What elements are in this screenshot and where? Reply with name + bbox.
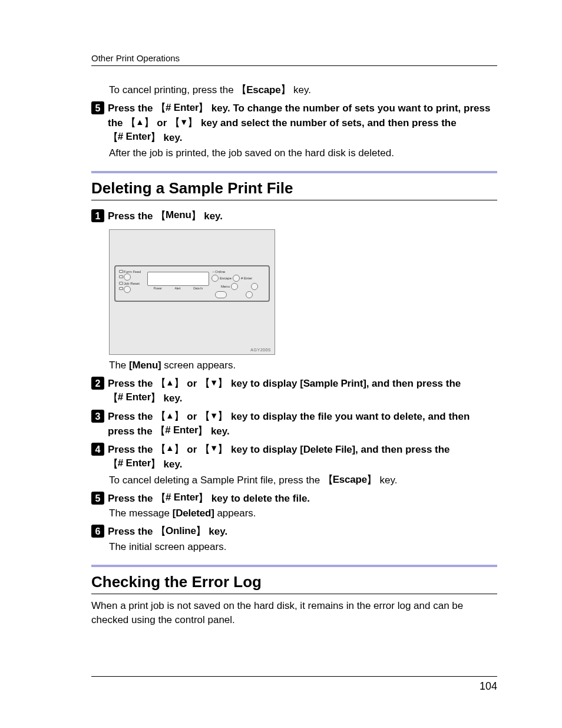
text: screen appears.: [161, 360, 236, 371]
job-reset-button: [124, 286, 131, 293]
text: Press the: [108, 444, 156, 455]
text: Press the: [108, 493, 156, 504]
d-step-1-text: Press the Menu key.: [108, 209, 223, 223]
enter-button: [251, 283, 258, 290]
down-key: ▼: [200, 376, 228, 390]
label-alert: Alert: [174, 287, 180, 291]
d1-after: The Menu screen appears.: [109, 358, 497, 373]
delete-file-label: Delete File: [300, 443, 355, 457]
d-step-6: 6 Press the Online key.: [91, 524, 497, 539]
step-5-after: After the job is printed, the job saved …: [109, 146, 497, 160]
text: , and then press the: [355, 444, 450, 455]
nav-button: [215, 291, 227, 298]
label-menu: Menu: [221, 285, 230, 289]
label-escape: Escape: [220, 276, 232, 281]
text: key.: [201, 210, 223, 222]
text: key to display: [228, 378, 300, 389]
section-rule-top: [91, 171, 497, 173]
step-number-icon: 6: [91, 525, 104, 538]
section-rule-top-2: [91, 565, 497, 567]
section-error-log: Checking the Error Log: [91, 573, 497, 591]
svg-text:2: 2: [95, 378, 101, 388]
text: Press the: [108, 103, 156, 114]
d-step-5-text: Press the # Enter key to delete the file…: [108, 491, 310, 506]
up-key: ▲: [156, 442, 184, 456]
svg-text:5: 5: [95, 493, 101, 503]
escape-button: [233, 275, 240, 282]
escape-key: Escape: [236, 83, 290, 97]
menu-label: Menu: [129, 358, 161, 373]
online-key: Online: [156, 524, 206, 538]
d-step-2: 2 Press the ▲ or ▼ key to display Sample…: [91, 376, 497, 406]
d-step-3: 3 Press the ▲ or ▼ key to display the fi…: [91, 409, 497, 439]
enter-key: # Enter: [108, 457, 161, 471]
down-key: ▼: [200, 442, 228, 456]
text: The message: [109, 508, 173, 519]
label-data-in: Data In: [193, 287, 203, 291]
step-number-icon: 4: [91, 443, 104, 456]
svg-text:1: 1: [95, 211, 101, 221]
svg-text:5: 5: [95, 103, 101, 113]
text: Press the: [108, 210, 156, 222]
online-button: [211, 275, 219, 282]
text: or: [184, 411, 200, 422]
text: key.: [377, 475, 398, 486]
text: or: [184, 444, 200, 455]
enter-key: # Enter: [108, 391, 161, 405]
text: key and select the number of sets, and t…: [198, 117, 456, 129]
step-number-icon: 2: [91, 377, 104, 390]
step-number-icon: 5: [91, 101, 104, 114]
text: key.: [290, 84, 311, 95]
enter-key: # Enter: [155, 424, 208, 438]
step-number-icon: 3: [91, 410, 104, 423]
form-feed-button: [124, 274, 131, 281]
text: Press the: [108, 526, 156, 537]
text: Press the: [108, 378, 156, 389]
text: or: [154, 117, 170, 129]
text: key.: [161, 132, 183, 143]
step-5: 5 Press the # Enter key. To change the n…: [91, 101, 497, 145]
enter-key: # Enter: [108, 130, 161, 144]
d-step-5: 5 Press the # Enter key to delete the fi…: [91, 491, 497, 506]
menu-button: [231, 283, 238, 290]
page-number: 104: [480, 680, 497, 692]
d-step-2-text: Press the ▲ or ▼ key to display Sample P…: [108, 376, 497, 406]
text: key to delete the file.: [209, 493, 310, 504]
down-key: ▼: [170, 116, 198, 130]
cancel-print-line: To cancel printing, press the Escape key…: [109, 83, 497, 97]
step-5-text: Press the # Enter key. To change the num…: [108, 101, 497, 145]
sample-print-label: Sample Print: [300, 377, 366, 391]
d-step-4: 4 Press the ▲ or ▼ key to display Delete…: [91, 442, 497, 472]
d4-cancel: To cancel deleting a Sample Print file, …: [109, 473, 497, 487]
label-enter: # Enter: [241, 276, 252, 281]
label-power: Power: [154, 287, 162, 291]
errlog-body: When a print job is not saved on the har…: [91, 599, 497, 627]
d-step-6-text: Press the Online key.: [108, 524, 227, 539]
text: key.: [206, 526, 228, 537]
text: , and then press the: [366, 378, 461, 389]
text: Press the: [108, 411, 156, 422]
page-header: Other Print Operations: [91, 53, 497, 66]
text: key.: [161, 459, 183, 470]
section-deleting-sample: Deleting a Sample Print File: [91, 179, 497, 197]
down-button: [246, 291, 253, 298]
text: appears.: [214, 508, 256, 519]
menu-key: Menu: [156, 209, 201, 223]
down-key: ▼: [200, 409, 228, 423]
d5-after: The message Deleted appears.: [109, 506, 497, 521]
text: To cancel deleting a Sample Print file, …: [109, 475, 323, 486]
up-key: ▲: [156, 376, 184, 390]
escape-key: Escape: [323, 473, 377, 487]
text: key to display: [228, 444, 300, 455]
step-number-icon: 5: [91, 492, 104, 505]
d-step-3-text: Press the ▲ or ▼ key to display the file…: [108, 409, 497, 439]
up-key: ▲: [156, 409, 184, 423]
svg-text:6: 6: [95, 526, 101, 536]
figure-code: AGY200S: [110, 307, 275, 354]
text: key.: [161, 393, 183, 404]
svg-text:4: 4: [95, 444, 101, 454]
up-key: ▲: [125, 116, 154, 130]
step-number-icon: 1: [91, 209, 104, 222]
text: or: [184, 378, 200, 389]
enter-key: # Enter: [156, 491, 209, 505]
